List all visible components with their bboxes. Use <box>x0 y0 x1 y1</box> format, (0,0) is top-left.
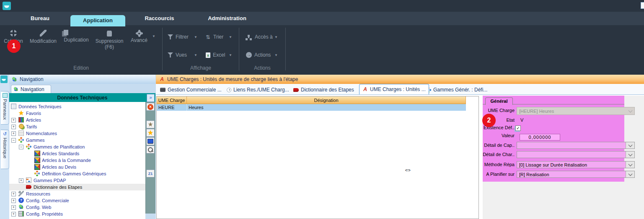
tree-item-articles-standards[interactable]: Articles Standards <box>9 150 145 157</box>
tree-item-label: Articles au Devis <box>42 164 76 169</box>
tree-item-ressources[interactable]: Ressources <box>9 190 145 197</box>
filtrer-button[interactable]: Filtrer <box>168 34 189 40</box>
vues-dropdown-caret[interactable] <box>194 53 197 57</box>
tree-item-label: Articles <box>26 117 41 123</box>
z1-button[interactable] <box>146 169 155 177</box>
trash-icon <box>107 31 112 36</box>
search-button[interactable] <box>146 146 155 154</box>
acces-a-dropdown-caret[interactable] <box>274 35 278 39</box>
tree-item-config-proprietes[interactable]: Config. Propriétés <box>9 211 145 217</box>
expander-plus-icon[interactable] <box>19 178 23 183</box>
tree-item-articles-au-devis[interactable]: Articles au Devis <box>9 164 145 170</box>
plus-circle-icon <box>10 30 17 36</box>
avance-dropdown-caret[interactable] <box>152 34 155 38</box>
tree-item-gammes[interactable]: Gammes <box>9 137 145 143</box>
table-row-cell-designation[interactable]: Heures <box>187 104 466 111</box>
tree-item-favoris[interactable]: Favoris <box>9 110 145 117</box>
modification-button[interactable]: Modification <box>28 30 59 44</box>
tab-gammes-generiques[interactable]: Gammes Génér. : Défi... <box>426 85 487 94</box>
side-tab-panneaux[interactable]: Panneaux <box>1 91 9 125</box>
combo-arrow-button[interactable] <box>626 162 634 168</box>
list-icon <box>18 130 24 136</box>
planifier-combo[interactable]: [R] Realisation <box>517 171 635 178</box>
tree-item-articles[interactable]: Articles <box>9 117 145 123</box>
app-logo-icon[interactable] <box>3 2 11 10</box>
side-tab-historique[interactable]: Historique <box>1 130 9 169</box>
pencil-icon <box>40 30 47 36</box>
monitor-button[interactable] <box>146 137 155 145</box>
tree-item-config-web[interactable]: Config. Web <box>9 204 145 211</box>
double-chevron-button[interactable] <box>147 94 155 102</box>
combo-arrow-button[interactable] <box>626 107 634 115</box>
group-label-affichage: Affichage <box>163 65 239 71</box>
tree-item-gammes-de-planification[interactable]: Gammes de Planification <box>9 143 145 150</box>
expander-minus-icon[interactable] <box>11 138 16 143</box>
expander-plus-icon[interactable] <box>11 118 16 123</box>
combo-value: [R] Realisation <box>519 172 549 177</box>
excel-button[interactable]: Excel <box>206 52 225 58</box>
close-red-button[interactable] <box>146 103 155 111</box>
tree-item-gammes-pdap[interactable]: Gammes PDAP <box>9 177 145 184</box>
expander-plus-icon[interactable] <box>11 212 16 216</box>
ume-charge-combo[interactable]: [HEURE] Heures <box>517 107 635 115</box>
funnel-icon <box>168 34 173 39</box>
methode-combo[interactable]: [0] Lissage sur Durée Réalisation <box>517 161 635 168</box>
tree-item-nomenclatures[interactable]: Nomenclatures <box>9 130 145 137</box>
vues-button[interactable]: Vues <box>168 52 187 58</box>
combo-arrow-button[interactable] <box>626 151 634 158</box>
combo-arrow-button[interactable] <box>626 171 634 177</box>
briefcase-icon <box>160 88 166 92</box>
tree-item-label: Articles à la Commande <box>42 158 91 163</box>
etat-value: V <box>520 117 523 123</box>
navigation-tab[interactable]: Navigation <box>11 85 51 93</box>
tree-item-donnees-techniques[interactable]: Données Techniques <box>9 103 145 110</box>
cube-icon <box>34 151 40 156</box>
filtrer-dropdown-caret[interactable] <box>194 35 197 39</box>
expander-plus-icon[interactable] <box>11 192 16 196</box>
helm-button[interactable] <box>146 120 155 128</box>
tab-liens-res-ume-charges[interactable]: Liens Res./UME Charg... <box>227 85 289 94</box>
excel-dropdown-caret[interactable] <box>229 53 232 57</box>
detail-char-combo[interactable] <box>517 151 635 158</box>
tree-item-label: Dictionnaire des Etapes <box>34 185 82 190</box>
grid-icon <box>11 104 16 109</box>
window-box-icon[interactable] <box>641 2 644 9</box>
expander-plus-icon[interactable] <box>11 205 16 210</box>
trier-dropdown-caret[interactable] <box>229 35 232 39</box>
actions-dropdown-caret[interactable] <box>274 53 278 57</box>
expander-plus-icon[interactable] <box>11 198 16 203</box>
tree-item-definition-gammes-generiques[interactable]: Définition Gammes Génériques <box>9 170 145 177</box>
column-header-ume-charge[interactable]: UME Charge <box>157 96 187 104</box>
existence-checkbox[interactable] <box>515 125 521 131</box>
valeur-input[interactable]: 0,000000 <box>520 134 560 141</box>
acces-a-button[interactable]: Accès à <box>246 34 273 40</box>
combo-arrow-button[interactable] <box>626 142 634 149</box>
trier-button[interactable]: Trier <box>206 34 223 40</box>
tree-item-articles-a-la-commande[interactable]: Articles à la Commande <box>9 157 145 164</box>
tab-general[interactable]: Général <box>485 97 513 105</box>
menu-raccourcis[interactable]: Raccourcis <box>142 12 177 25</box>
expander-minus-icon[interactable] <box>19 145 23 149</box>
menu-administration[interactable]: Administration <box>204 12 250 25</box>
table-row-cell-ume-charge[interactable]: HEURE <box>157 104 187 111</box>
duplication-button[interactable]: Duplication <box>62 30 91 43</box>
favorites-star-button[interactable] <box>146 129 155 137</box>
tab-dictionnaire-des-etapes[interactable]: Dictionnaire des Etapes <box>293 85 354 94</box>
expander-plus-icon[interactable] <box>11 125 16 129</box>
planifier-field-label: A Planifier sur <box>478 172 515 177</box>
expander-plus-icon[interactable] <box>11 131 16 136</box>
menu-application[interactable]: Application <box>70 15 125 26</box>
tree-item-tarifs[interactable]: Tarifs <box>9 123 145 130</box>
menu-bureau[interactable]: Bureau <box>28 12 52 25</box>
coins-icon <box>19 124 24 129</box>
actions-button[interactable]: Actions <box>246 52 271 58</box>
detail-cap-combo[interactable] <box>517 142 635 149</box>
copy-pages-icon <box>64 30 68 35</box>
tree-item-dictionnaire-des-etapes[interactable]: Dictionnaire des Etapes <box>9 184 145 190</box>
tab-ume-charges[interactable]: UME Charges : Unités ... <box>359 84 429 94</box>
tab-gestion-commerciale[interactable]: Gestion Commerciale ... <box>160 85 222 94</box>
avance-button[interactable]: Avancé <box>128 30 150 43</box>
column-header-designation[interactable]: Désignation <box>187 96 466 104</box>
tree-item-config-commerciale[interactable]: Config. Commerciale <box>9 197 145 204</box>
suppression-button[interactable]: Suppression (F6) <box>94 30 125 50</box>
